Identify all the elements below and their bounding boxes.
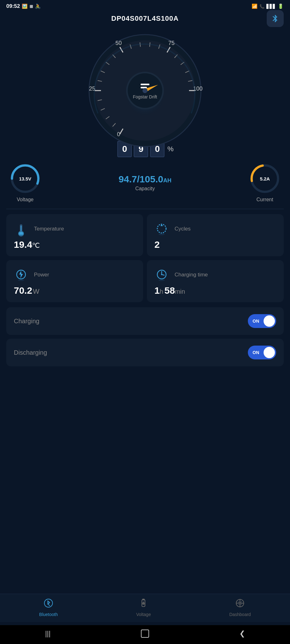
current-value: 5.2A xyxy=(260,176,270,181)
cycles-card-header: Cycles xyxy=(153,220,279,237)
device-title: DP04S007L4S100A xyxy=(111,14,179,23)
cycles-label: Cycles xyxy=(175,226,191,232)
status-right: 📶 📞 ▋▋▋ 🔋 xyxy=(252,3,284,9)
power-card: Power 70.2W xyxy=(6,260,143,302)
charging-time-value-display: 1h58min xyxy=(153,285,279,296)
charging-label: Charging xyxy=(14,318,39,325)
temperature-card-header: Temperature xyxy=(13,220,138,237)
system-nav: ||| ❮ xyxy=(0,625,290,644)
temperature-unit: ℃ xyxy=(32,242,40,249)
gauge-wrapper: 0 25 50 75 100 xyxy=(85,31,205,150)
temperature-value-display: 19.4℃ xyxy=(13,239,138,250)
voltage-value: 13.5V xyxy=(19,176,31,181)
thermometer-icon xyxy=(13,220,30,237)
power-value: 70.2 xyxy=(13,285,32,296)
bluetooth-icon xyxy=(271,14,280,23)
charging-time-min: 58 xyxy=(163,285,175,296)
brand-text: Fogstar Drift xyxy=(133,94,157,99)
nav-voltage[interactable]: Voltage xyxy=(136,598,151,617)
charging-time-label: Charging time xyxy=(175,272,208,278)
power-unit: W xyxy=(33,287,39,295)
capacity-total: 105.0 xyxy=(140,174,163,184)
nav-dashboard-label: Dashboard xyxy=(229,612,251,617)
svg-rect-31 xyxy=(141,84,149,85)
photo-icon: 🖼️ xyxy=(22,3,28,9)
capacity-value-display: 94.7/105.0AH xyxy=(119,174,171,185)
cards-grid: Temperature 19.4℃ Cycles 2 xyxy=(0,209,290,307)
svg-rect-57 xyxy=(142,599,144,600)
recent-apps-button[interactable]: ||| xyxy=(45,630,50,638)
power-card-header: Power xyxy=(13,266,138,283)
back-button[interactable]: ❮ xyxy=(239,630,245,638)
svg-text:50: 50 xyxy=(115,40,122,46)
nav-bluetooth[interactable]: Bluetooth xyxy=(39,598,58,617)
svg-point-44 xyxy=(19,235,24,236)
current-metric: 5.2A Current xyxy=(249,163,281,203)
power-label: Power xyxy=(34,272,49,278)
header: DP04S007L4S100A xyxy=(0,11,290,28)
power-icon xyxy=(13,266,30,283)
status-left: 09:52 🖼️ ⊞ 🚴 xyxy=(6,3,41,9)
svg-point-61 xyxy=(239,602,241,604)
svg-text:0: 0 xyxy=(117,131,120,137)
bottom-nav: Bluetooth Voltage Dashbo xyxy=(0,594,290,622)
charging-time-header: Charging time xyxy=(153,266,279,283)
svg-point-66 xyxy=(238,601,242,605)
svg-point-46 xyxy=(159,233,165,235)
charging-toggle-knob xyxy=(264,315,275,327)
figure-icon: 🚴 xyxy=(35,3,41,9)
charging-toggle[interactable]: ON xyxy=(248,314,276,328)
svg-line-52 xyxy=(162,275,164,275)
cycles-value: 2 xyxy=(153,239,279,250)
temperature-label: Temperature xyxy=(34,226,64,232)
charging-time-h-unit: h xyxy=(160,288,163,295)
discharging-toggle[interactable]: ON xyxy=(248,346,276,359)
gauge-container: 0 25 50 75 100 xyxy=(0,28,290,150)
power-value-display: 70.2W xyxy=(13,285,138,296)
status-bar: 09:52 🖼️ ⊞ 🚴 📶 📞 ▋▋▋ 🔋 xyxy=(0,0,290,11)
cycles-card: Cycles 2 xyxy=(147,214,284,256)
voltage-metric: 13.5V Voltage xyxy=(9,163,41,203)
discharging-toggle-state: ON xyxy=(249,350,259,355)
svg-text:75: 75 xyxy=(168,40,175,46)
nav-voltage-label: Voltage xyxy=(136,612,151,617)
svg-rect-32 xyxy=(141,87,147,88)
nav-voltage-icon xyxy=(139,598,148,610)
discharging-toggle-knob xyxy=(264,347,275,358)
capacity-current: 94.7 xyxy=(119,174,137,184)
voltage-ring: 13.5V xyxy=(9,163,41,194)
charging-toggle-row: Charging ON xyxy=(6,307,284,335)
nav-dashboard[interactable]: Dashboard xyxy=(229,598,251,617)
time-display: 09:52 xyxy=(6,3,20,9)
current-label: Current xyxy=(256,197,273,203)
nav-bluetooth-label: Bluetooth xyxy=(39,612,58,617)
capacity-metric: 94.7/105.0AH Capacity xyxy=(119,174,171,192)
gauge-svg: 0 25 50 75 100 xyxy=(85,31,205,150)
main-content: 0 25 50 75 100 xyxy=(0,28,290,420)
voltage-label: Voltage xyxy=(17,197,33,203)
charging-time-min-unit: min xyxy=(175,288,185,295)
temperature-card: Temperature 19.4℃ xyxy=(6,214,143,256)
call-icon: 📞 xyxy=(259,4,265,9)
wifi-icon: 📶 xyxy=(252,3,258,9)
temperature-value: 19.4 xyxy=(13,239,32,250)
metrics-row: 13.5V Voltage 94.7/105.0AH Capacity 5.2A… xyxy=(0,160,290,209)
discharging-toggle-row: Discharging ON xyxy=(6,339,284,366)
clock-icon xyxy=(153,266,170,283)
home-button[interactable] xyxy=(141,630,149,638)
grid-icon: ⊞ xyxy=(30,4,33,9)
current-ring: 5.2A xyxy=(249,163,281,194)
capacity-unit: AH xyxy=(163,177,171,184)
battery-icon: 🔋 xyxy=(278,3,284,9)
capacity-separator: / xyxy=(137,174,139,184)
charging-toggle-state: ON xyxy=(249,319,259,324)
svg-rect-42 xyxy=(20,225,22,232)
bluetooth-button[interactable] xyxy=(267,10,284,27)
cycle-icon xyxy=(153,220,170,237)
signal-icon: ▋▋▋ xyxy=(266,4,276,9)
charging-time-card: Charging time 1h58min xyxy=(147,260,284,302)
nav-dashboard-icon xyxy=(235,598,245,610)
charging-time-hours: 1 xyxy=(153,285,160,296)
svg-point-53 xyxy=(159,279,165,281)
discharging-label: Discharging xyxy=(14,349,47,356)
